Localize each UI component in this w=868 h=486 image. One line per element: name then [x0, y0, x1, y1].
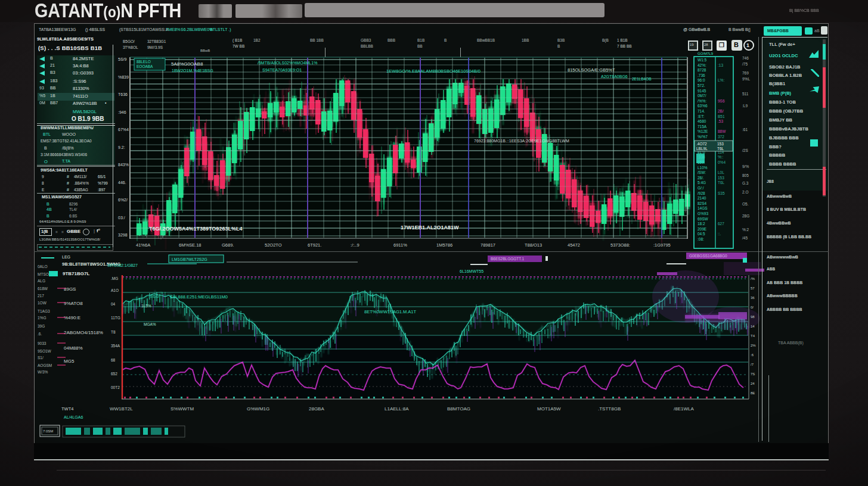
svg-text:04:5: 04:5: [698, 232, 705, 236]
svg-text:T88/O13: T88/O13: [525, 242, 542, 248]
svg-text:04M88%: 04M88%: [64, 345, 83, 351]
svg-text:9%ATO8: 9%ATO8: [64, 301, 83, 306]
svg-text:746: 746: [742, 56, 749, 60]
svg-text::61: :61: [742, 127, 748, 132]
svg-text::13: :13: [718, 63, 723, 67]
svg-text:6%2/: 6%2/: [118, 198, 128, 202]
svg-text:L10%: L10%: [698, 166, 708, 170]
svg-text:/5MTB/A8OLS02%%MO4ML1%: /5MTB/A8OLS02%%MO4ML1%: [258, 61, 317, 65]
svg-text:/%%:: /%%:: [698, 99, 706, 103]
svg-text:.MG: .MG: [111, 276, 118, 281]
svg-text:/75: /75: [742, 62, 748, 66]
svg-text:W1:5: W1:5: [698, 58, 707, 62]
svg-text:9S6: 9S6: [718, 99, 725, 103]
svg-text:209E: 209E: [698, 227, 707, 231]
svg-text:217: 217: [38, 294, 44, 298]
svg-text:9033: 9033: [38, 341, 46, 345]
svg-text:S1/: S1/: [38, 356, 44, 360]
svg-text:14: 14: [751, 325, 755, 328]
svg-text:6L16MWT55: 6L16MWT55: [460, 269, 483, 273]
svg-text:S94TEA70A93E9:O1: S94TEA70A93E9:O1: [262, 68, 302, 72]
svg-text:2%: 2%: [751, 344, 756, 347]
svg-text:789817: 789817: [480, 242, 495, 248]
svg-text:7:0SM: 7:0SM: [43, 429, 53, 433]
svg-text:88LELO: 88LELO: [137, 60, 151, 64]
svg-text:/SW:: /SW:: [698, 170, 706, 175]
svg-text:L0L: L0L: [718, 170, 724, 175]
svg-text:627: 627: [718, 222, 724, 226]
svg-text:ALG: ALG: [38, 279, 45, 283]
svg-text:0/: 0/: [751, 306, 754, 309]
svg-text:372: 372: [718, 135, 724, 139]
svg-text:1%G: 1%G: [38, 316, 46, 320]
svg-text:9SO1W: 9SO1W: [38, 349, 52, 353]
svg-text:3298: 3298: [118, 233, 128, 237]
svg-text:.4O72: .4O72: [696, 142, 707, 146]
svg-text:63%6: 63%6: [698, 104, 708, 108]
svg-text:AL/4LGA6: AL/4LGA6: [64, 415, 83, 419]
svg-text:89GS: 89GS: [64, 286, 76, 292]
svg-text:T636: T636: [118, 92, 128, 96]
svg-text:69SW: 69SW: [698, 217, 709, 221]
svg-text:98: 98: [751, 315, 755, 319]
svg-text:T6L: T6L: [717, 147, 724, 151]
svg-text:28G: 28G: [742, 214, 749, 218]
svg-text:1BW2O1M.%4E1BSG: 1BW2O1M.%4E1BSG: [172, 68, 213, 73]
svg-text:/7: /7: [751, 363, 754, 366]
svg-text:2140: 2140: [698, 196, 706, 200]
svg-text:%12E: %12E: [698, 129, 708, 133]
svg-text:.53: .53: [718, 119, 723, 123]
svg-text:1OW: 1OW: [38, 301, 47, 305]
svg-text:EOOABA: EOOABA: [137, 64, 153, 68]
svg-text:6M%SE.18: 6M%SE.18: [179, 242, 202, 248]
svg-text:T8: T8: [111, 330, 116, 334]
svg-text:8ET%0WW1SAG1.M.A1T: 8ET%0WW1SAG1.M.A1T: [364, 309, 417, 314]
svg-text:%:2: %:2: [742, 228, 749, 232]
svg-text:/8E1WLA: /8E1WLA: [674, 406, 694, 412]
svg-text:6911%: 6911%: [393, 242, 407, 248]
svg-text:769: 769: [742, 71, 749, 75]
svg-text:G.3: G.3: [742, 181, 749, 185]
svg-text:68: 68: [111, 358, 116, 362]
svg-text:L1AELL:8A: L1AELL:8A: [385, 406, 409, 412]
svg-text:153: 153: [717, 142, 724, 146]
svg-text:G%WM1G: G%WM1G: [247, 406, 269, 412]
svg-text:1M5786: 1M5786: [436, 242, 452, 248]
svg-text:LBL9L: LBL9L: [696, 147, 708, 151]
svg-text:815OLSOGA/E:GB5%T: 815OLSOGA/E:GB5%T: [568, 67, 615, 73]
svg-text:572.: 572.: [698, 83, 705, 88]
svg-text:42%:: 42%:: [698, 63, 706, 67]
svg-text:.TSTT8GB: .TSTT8GB: [598, 406, 621, 412]
svg-text::ET:: :ET:: [698, 114, 704, 119]
svg-text:03:/: 03:/: [118, 216, 125, 220]
svg-text::6: :6: [751, 353, 754, 357]
svg-text:0M7/: 0M7/: [698, 94, 706, 98]
svg-text:715A: 715A: [698, 124, 707, 129]
svg-text:4680: 4680: [698, 119, 706, 123]
svg-text:153: 153: [718, 176, 724, 180]
svg-text:A2GT8A0BG6: A2GT8A0BG6: [601, 74, 628, 79]
svg-text:618W: 618W: [38, 286, 48, 291]
svg-text:%/%7: %/%7: [698, 135, 708, 139]
svg-text:24: 24: [751, 382, 755, 385]
svg-text:G689.: G689.: [222, 242, 234, 248]
svg-text:T6L: T6L: [718, 180, 725, 185]
svg-text:8E: 8E: [751, 391, 755, 395]
svg-text:6T921.: 6T921.: [308, 242, 321, 248]
svg-text:52O2TO: 52O2TO: [265, 242, 282, 248]
svg-text:28GBA: 28GBA: [309, 406, 324, 412]
svg-text:354A: 354A: [111, 344, 120, 348]
svg-text:2.O: 2.O: [742, 190, 748, 194]
svg-text:B6ES2BLGGGTT.1: B6ES2BLGGGTT.1: [491, 257, 524, 261]
svg-text:17W1EB1.AL2O1A81W: 17W1EB1.AL2O1A81W: [401, 225, 459, 230]
svg-text:5373O88:: 5373O88:: [610, 242, 630, 248]
svg-text:::.: ::.: [718, 232, 721, 236]
svg-text:0ALO: 0ALO: [38, 264, 48, 269]
svg-text:T1AG3: T1AG3: [38, 309, 50, 313]
svg-text:88W: 88W: [718, 129, 726, 133]
svg-text:/45: /45: [742, 236, 748, 240]
svg-text:.6.: .6.: [38, 332, 42, 336]
svg-text:SSG: SSG: [150, 294, 159, 298]
svg-text:9.2:: 9.2:: [118, 145, 125, 149]
svg-text:90TO082:1/GB27: 90TO082:1/GB27: [107, 263, 138, 267]
